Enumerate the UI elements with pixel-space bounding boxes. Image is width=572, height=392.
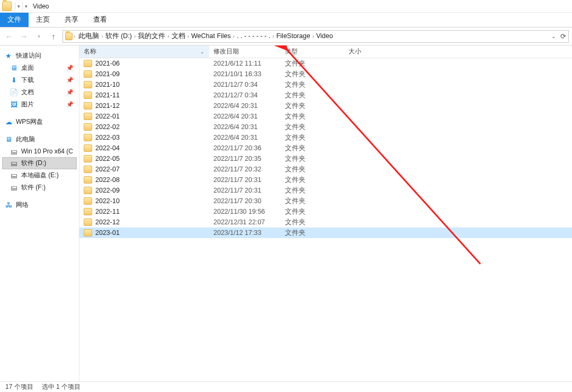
table-row[interactable]: 2023-012023/1/12 17:33文件夹 xyxy=(79,227,572,238)
sidebar-drive-item[interactable]: 🖴Win 10 Pro x64 (C xyxy=(2,145,77,157)
sidebar-drive-item[interactable]: 🖴本地磁盘 (E:) xyxy=(2,169,77,181)
column-type[interactable]: 类型 xyxy=(281,45,344,58)
sidebar-quick-item[interactable]: 🖼图片📌 xyxy=(2,98,77,111)
file-list[interactable]: 2021-062021/6/12 11:11文件夹2021-092021/10/… xyxy=(79,58,572,381)
tab-view[interactable]: 查看 xyxy=(86,13,114,27)
file-name: 2021-10 xyxy=(95,81,120,88)
cell-name: 2022-12 xyxy=(79,218,209,226)
cell-name: 2022-02 xyxy=(79,123,209,131)
status-selection: 选中 1 个项目 xyxy=(42,382,81,391)
breadcrumb-segment[interactable]: 文档 xyxy=(169,32,187,40)
cell-date: 2022/12/31 22:07 xyxy=(209,218,281,226)
tab-file[interactable]: 文件 xyxy=(0,13,29,27)
table-row[interactable]: 2022-082022/11/7 20:31文件夹 xyxy=(79,175,572,185)
breadcrumb-segment[interactable]: WeChat Files xyxy=(189,32,233,40)
folder-icon xyxy=(84,70,92,78)
drive-icon: 🖴 xyxy=(10,184,18,192)
column-date[interactable]: 修改日期 xyxy=(209,45,281,58)
table-row[interactable]: 2022-012022/6/4 20:31文件夹 xyxy=(79,111,572,122)
folder-icon xyxy=(84,229,92,236)
sidebar-drive-item[interactable]: 🖴软件 (D:) xyxy=(2,157,77,169)
breadcrumb-segment[interactable]: FileStorage xyxy=(274,32,312,40)
table-row[interactable]: 2022-122022/12/31 22:07文件夹 xyxy=(79,217,572,227)
table-row[interactable]: 2021-102021/12/7 0:34文件夹 xyxy=(79,79,572,90)
sidebar-item-icon: 🖥 xyxy=(10,64,18,72)
folder-icon xyxy=(84,123,92,131)
cell-date: 2021/6/12 11:11 xyxy=(209,60,281,67)
table-row[interactable]: 2022-072022/11/7 20:32文件夹 xyxy=(79,164,572,175)
table-row[interactable]: 2022-022022/6/4 20:31文件夹 xyxy=(79,122,572,132)
table-row[interactable]: 2022-112022/11/30 19:56文件夹 xyxy=(79,206,572,217)
cell-type: 文件夹 xyxy=(281,80,344,89)
cell-date: 2022/6/4 20:31 xyxy=(209,123,281,131)
tab-home[interactable]: 主页 xyxy=(29,13,57,27)
sidebar-quick-access-header[interactable]: ★ 快速访问 xyxy=(2,50,77,62)
cell-date: 2022/11/7 20:35 xyxy=(209,155,281,162)
table-row[interactable]: 2022-092022/11/7 20:31文件夹 xyxy=(79,185,572,196)
breadcrumb-segment[interactable]: 我的文件 xyxy=(136,32,167,40)
cell-type: 文件夹 xyxy=(281,144,344,153)
table-row[interactable]: 2021-112021/12/7 0:34文件夹 xyxy=(79,90,572,101)
qat-chevron-icon[interactable]: ▾ xyxy=(17,4,20,9)
table-row[interactable]: 2021-122022/6/4 20:31文件夹 xyxy=(79,101,572,111)
titlebar: ▾ ▾ Video xyxy=(0,0,572,13)
table-row[interactable]: 2021-092021/10/1 16:33文件夹 xyxy=(79,69,572,79)
sidebar-quick-item[interactable]: ⬇下载📌 xyxy=(2,74,77,86)
sidebar-drive-item[interactable]: 🖴软件 (F:) xyxy=(2,181,77,194)
back-button[interactable]: ← xyxy=(3,31,15,42)
sidebar-network: 🖧 网络 xyxy=(2,199,77,211)
column-size[interactable]: 大小 xyxy=(344,45,392,58)
cell-date: 2022/11/7 20:32 xyxy=(209,166,281,173)
table-row[interactable]: 2022-042022/11/7 20:36文件夹 xyxy=(79,143,572,153)
cell-date: 2022/11/7 20:30 xyxy=(209,197,281,205)
dropdown-icon[interactable]: ⌄ xyxy=(551,33,556,39)
sidebar-wps-item[interactable]: ☁ WPS网盘 xyxy=(2,116,77,128)
file-name: 2022-08 xyxy=(95,176,120,184)
file-name: 2022-03 xyxy=(95,134,120,141)
file-name: 2022-11 xyxy=(95,208,120,215)
cell-type: 文件夹 xyxy=(281,186,344,195)
cell-name: 2021-11 xyxy=(79,92,209,99)
sidebar-quick-item[interactable]: 📄文档📌 xyxy=(2,86,77,98)
table-row[interactable]: 2022-032022/6/4 20:31文件夹 xyxy=(79,132,572,143)
file-name: 2022-02 xyxy=(95,123,120,131)
qat-overflow-icon[interactable]: ▾ xyxy=(25,4,28,9)
breadcrumb-segment[interactable]: 软件 (D:) xyxy=(103,32,134,40)
sidebar-quick-item[interactable]: 🖥桌面📌 xyxy=(2,62,77,74)
table-row[interactable]: 2022-052022/11/7 20:35文件夹 xyxy=(79,153,572,164)
breadcrumb-segment[interactable]: 此电脑 xyxy=(76,32,101,40)
column-name[interactable]: 名称 ⌄ xyxy=(79,45,209,58)
sidebar-network-item[interactable]: 🖧 网络 xyxy=(2,199,77,211)
tab-share[interactable]: 共享 xyxy=(57,13,86,27)
address-bar[interactable]: › 此电脑›软件 (D:)›我的文件›文档›WeChat Files›. . -… xyxy=(62,30,569,43)
cell-date: 2022/6/4 20:31 xyxy=(209,102,281,110)
folder-icon xyxy=(84,197,92,205)
table-row[interactable]: 2021-062021/6/12 11:11文件夹 xyxy=(79,58,572,69)
forward-button[interactable]: → xyxy=(18,31,30,42)
cell-type: 文件夹 xyxy=(281,123,344,132)
sidebar-item-label: 软件 (F:) xyxy=(21,183,46,192)
sidebar-item-label: 软件 (D:) xyxy=(21,159,46,168)
cell-type: 文件夹 xyxy=(281,102,344,111)
table-row[interactable]: 2022-102022/11/7 20:30文件夹 xyxy=(79,196,572,206)
refresh-button[interactable]: ⟳ xyxy=(560,32,566,40)
ribbon: 文件 主页 共享 查看 xyxy=(0,13,572,28)
sidebar-item-label: 文档 xyxy=(21,88,34,97)
breadcrumb-segment[interactable]: Video xyxy=(314,32,335,40)
recent-dropdown[interactable]: ▾ xyxy=(33,31,44,42)
up-button[interactable]: ↑ xyxy=(48,31,59,42)
cell-date: 2022/11/7 20:36 xyxy=(209,144,281,152)
breadcrumb-segment[interactable]: . . - - - - - - . xyxy=(235,32,272,40)
folder-icon xyxy=(84,166,92,173)
sidebar-this-pc-header[interactable]: 🖥 此电脑 xyxy=(2,133,77,145)
sidebar-item-icon: 📄 xyxy=(10,88,18,97)
drive-icon: 🖴 xyxy=(10,147,18,156)
file-name: 2022-09 xyxy=(95,187,120,194)
folder-icon xyxy=(84,60,92,67)
sidebar-label: 网络 xyxy=(16,200,29,209)
chevron-right-icon[interactable]: › xyxy=(74,33,75,39)
sidebar-item-label: Win 10 Pro x64 (C xyxy=(21,148,73,155)
window-title: Video xyxy=(33,3,49,10)
cell-date: 2022/11/30 19:56 xyxy=(209,208,281,215)
cell-type: 文件夹 xyxy=(281,218,344,227)
